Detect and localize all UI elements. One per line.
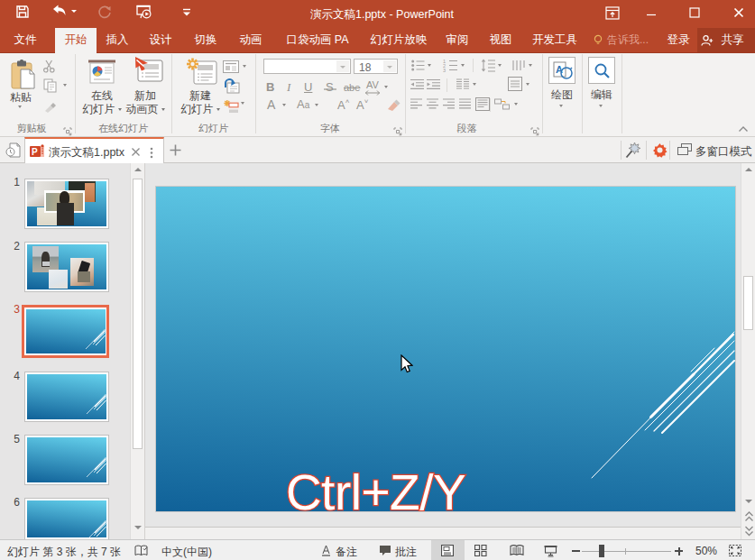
svg-text:P: P <box>32 147 38 157</box>
svg-text:3: 3 <box>443 68 446 72</box>
